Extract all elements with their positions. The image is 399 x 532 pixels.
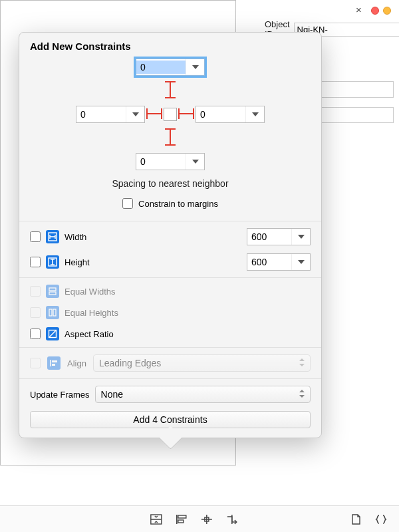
spacing-caption: Spacing to nearest neighbor [112, 174, 228, 190]
update-frames-row: Update Frames None [19, 382, 321, 407]
align-popup: Leading Edges [93, 354, 311, 372]
dropdown-caret-icon[interactable] [291, 254, 310, 270]
width-row: Width [19, 224, 321, 249]
equal-heights-icon [46, 306, 59, 319]
stack-tool-icon[interactable] [149, 512, 164, 527]
left-spacing-input[interactable] [76, 108, 126, 121]
separator [19, 277, 321, 278]
aspect-ratio-icon [46, 327, 59, 340]
aspect-ratio-checkbox[interactable] [30, 329, 41, 339]
top-spacing-input[interactable] [136, 61, 186, 74]
add-constraints-button[interactable]: Add 4 Constraints [30, 411, 311, 428]
top-strut-icon[interactable] [163, 80, 178, 102]
align-checkbox [30, 358, 41, 368]
align-label: Align [67, 358, 86, 368]
svg-rect-33 [178, 520, 184, 523]
right-strut-icon[interactable] [177, 106, 196, 123]
svg-rect-28 [52, 364, 55, 366]
right-spacing-input[interactable] [196, 108, 245, 121]
aspect-ratio-label: Aspect Ratio [65, 329, 114, 339]
svg-line-25 [49, 331, 56, 337]
align-icon [47, 356, 61, 370]
bottom-spacing-combo[interactable] [136, 153, 205, 170]
update-frames-popup[interactable]: None [95, 386, 311, 403]
update-frames-label: Update Frames [30, 390, 90, 400]
updown-icon [299, 389, 305, 400]
dropdown-caret-icon[interactable] [126, 106, 144, 122]
traffic-yellow[interactable] [383, 7, 391, 15]
svg-rect-20 [49, 288, 56, 291]
panel-close-x[interactable]: × [356, 4, 362, 15]
align-row: Align Leading Edges [19, 350, 321, 376]
svg-rect-23 [53, 309, 56, 316]
height-checkbox[interactable] [30, 257, 41, 267]
equal-heights-row: Equal Heights [19, 302, 321, 323]
equal-widths-checkbox [30, 286, 41, 297]
constraints-popover: Add New Constraints [19, 32, 322, 438]
separator [19, 221, 321, 221]
bottom-spacing-input[interactable] [136, 155, 186, 168]
align-value: Leading Edges [99, 358, 161, 368]
svg-rect-27 [52, 360, 57, 362]
dropdown-caret-icon[interactable] [291, 229, 310, 245]
top-spacing-combo[interactable] [136, 59, 205, 76]
svg-rect-22 [49, 309, 52, 316]
height-value-input[interactable] [247, 254, 291, 270]
pin-tool-icon[interactable] [200, 512, 214, 527]
left-strut-icon[interactable] [145, 106, 164, 123]
resolve-tool-icon[interactable] [225, 512, 239, 527]
updown-icon [299, 358, 305, 368]
equal-widths-row: Equal Widths [19, 281, 321, 302]
equal-widths-icon [46, 285, 59, 298]
canvas-bottom-toolbar [0, 505, 399, 532]
right-spacing-combo[interactable] [196, 106, 265, 123]
separator [19, 378, 321, 379]
aspect-ratio-row: Aspect Ratio [19, 323, 321, 344]
update-frames-value: None [101, 389, 123, 400]
separator [19, 347, 321, 348]
spacing-block: Spacing to nearest neighbor Constrain to… [19, 59, 321, 218]
code-braces-icon[interactable] [374, 512, 388, 527]
constrain-margins-label: Constrain to margins [138, 199, 218, 209]
width-value-combo[interactable] [247, 228, 311, 245]
align-tool-icon[interactable] [174, 512, 189, 527]
equal-heights-label: Equal Heights [65, 308, 118, 318]
popover-title: Add New Constraints [19, 41, 321, 59]
dropdown-caret-icon[interactable] [186, 59, 204, 75]
equal-heights-checkbox [30, 307, 41, 318]
svg-rect-32 [178, 515, 186, 518]
dropdown-caret-icon[interactable] [245, 106, 264, 122]
height-icon [46, 255, 59, 269]
width-checkbox[interactable] [30, 231, 41, 242]
width-value-input[interactable] [247, 229, 291, 245]
center-view-icon [164, 108, 177, 121]
constrain-margins-checkbox[interactable] [122, 198, 133, 209]
dropdown-caret-icon[interactable] [186, 154, 204, 170]
bottom-strut-icon[interactable] [163, 127, 178, 149]
svg-rect-21 [49, 292, 56, 295]
left-spacing-combo[interactable] [76, 106, 145, 123]
width-label: Width [65, 232, 86, 242]
document-outline-icon[interactable] [348, 512, 363, 527]
add-constraints-label: Add 4 Constraints [133, 414, 207, 425]
equal-widths-label: Equal Widths [65, 287, 116, 297]
height-row: Height [19, 249, 321, 275]
height-value-combo[interactable] [247, 253, 311, 271]
height-label: Height [65, 257, 90, 267]
window-traffic-lights [371, 7, 391, 15]
traffic-red[interactable] [371, 7, 379, 15]
width-icon [46, 230, 59, 243]
